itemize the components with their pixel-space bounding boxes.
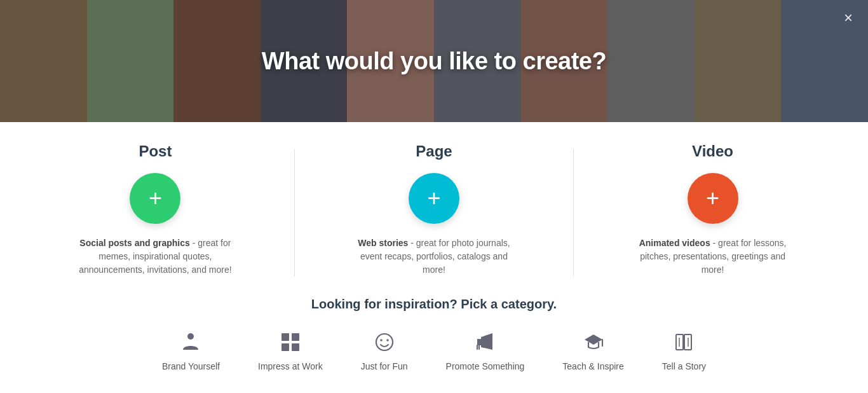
category-just-for-fun[interactable]: Just for Fun bbox=[361, 329, 408, 371]
hero-overlay: What would you like to create? bbox=[0, 0, 868, 122]
create-post-button[interactable]: + bbox=[130, 173, 180, 224]
svg-rect-1 bbox=[281, 333, 289, 341]
create-video-button[interactable]: + bbox=[688, 173, 738, 224]
svg-marker-9 bbox=[481, 333, 492, 350]
post-desc-bold: Social posts and graphics bbox=[79, 238, 190, 248]
megaphone-icon bbox=[472, 329, 498, 355]
category-grid: Brand Yourself Impress at Work bbox=[38, 329, 830, 371]
svg-marker-12 bbox=[585, 334, 602, 345]
inspiration-title: Looking for inspiration? Pick a category… bbox=[38, 297, 830, 312]
post-plus-icon: + bbox=[149, 187, 162, 210]
promote-something-label: Promote Something bbox=[446, 361, 525, 371]
post-column: Post + Social posts and graphics - great… bbox=[60, 142, 250, 277]
tell-a-story-label: Tell a Story bbox=[662, 361, 706, 371]
category-promote-something[interactable]: Promote Something bbox=[446, 329, 525, 371]
divider-1 bbox=[294, 149, 295, 277]
smiley-icon bbox=[372, 329, 397, 355]
just-for-fun-label: Just for Fun bbox=[361, 361, 408, 371]
divider-2 bbox=[573, 149, 574, 277]
category-tell-a-story[interactable]: Tell a Story bbox=[662, 329, 706, 371]
svg-rect-3 bbox=[281, 343, 289, 351]
category-teach-inspire[interactable]: Teach & Inspire bbox=[562, 329, 624, 371]
post-description: Social posts and graphics - great for me… bbox=[72, 237, 238, 277]
svg-point-7 bbox=[386, 339, 389, 341]
hero-title: What would you like to create? bbox=[262, 48, 606, 75]
inspiration-section: Looking for inspiration? Pick a category… bbox=[38, 297, 830, 384]
create-page-button[interactable]: + bbox=[409, 173, 459, 224]
close-button[interactable]: × bbox=[844, 10, 853, 25]
grid-icon bbox=[278, 329, 303, 355]
person-icon bbox=[178, 329, 203, 355]
video-column: Video + Animated videos - great for less… bbox=[618, 142, 808, 277]
create-columns: Post + Social posts and graphics - great… bbox=[38, 142, 830, 277]
hero-banner: What would you like to create? × bbox=[0, 0, 868, 122]
video-description: Animated videos - great for lessons, pit… bbox=[630, 237, 796, 277]
post-title: Post bbox=[139, 142, 172, 160]
impress-at-work-label: Impress at Work bbox=[258, 361, 323, 371]
brand-yourself-label: Brand Yourself bbox=[162, 361, 220, 371]
main-content: Post + Social posts and graphics - great… bbox=[0, 122, 868, 393]
svg-marker-8 bbox=[477, 339, 481, 345]
category-impress-at-work[interactable]: Impress at Work bbox=[258, 329, 323, 371]
category-brand-yourself[interactable]: Brand Yourself bbox=[162, 329, 220, 371]
page-column: Page + Web stories - great for photo jou… bbox=[339, 142, 529, 277]
video-title: Video bbox=[692, 142, 733, 160]
svg-rect-0 bbox=[187, 333, 194, 340]
video-plus-icon: + bbox=[706, 187, 719, 210]
teach-inspire-label: Teach & Inspire bbox=[562, 361, 624, 371]
svg-point-5 bbox=[376, 334, 393, 350]
svg-rect-2 bbox=[292, 333, 299, 341]
svg-rect-4 bbox=[292, 343, 299, 351]
page-desc-bold: Web stories bbox=[358, 238, 408, 248]
svg-point-6 bbox=[380, 339, 383, 341]
graduation-icon bbox=[581, 329, 606, 355]
book-icon bbox=[671, 329, 696, 355]
page-plus-icon: + bbox=[427, 187, 440, 210]
page-title: Page bbox=[416, 142, 452, 160]
page-description: Web stories - great for photo journals, … bbox=[351, 237, 517, 277]
video-desc-bold: Animated videos bbox=[639, 238, 710, 248]
